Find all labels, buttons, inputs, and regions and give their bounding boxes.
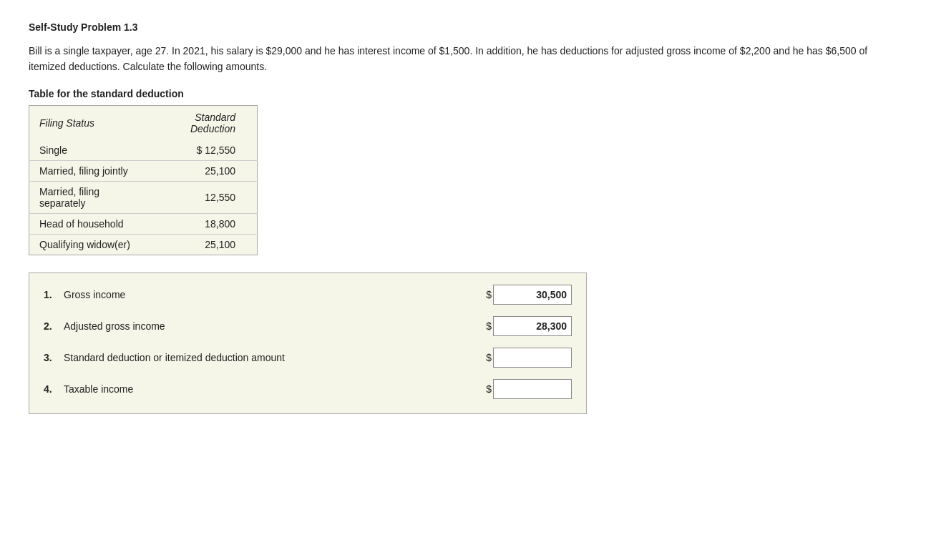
answer-label: Taxable income — [61, 383, 479, 395]
answers-box: 1.Gross income$2.Adjusted gross income$3… — [29, 272, 587, 414]
filing-status-cell: Qualifying widow(er) — [29, 234, 146, 255]
page-container: Self-Study Problem 1.3 Bill is a single … — [29, 21, 897, 414]
col-standard-deduction-header: Standard Deduction — [146, 105, 258, 140]
problem-title: Self-Study Problem 1.3 — [29, 21, 897, 33]
answer-input-4[interactable] — [493, 379, 572, 399]
filing-status-cell: Married, filing separately — [29, 181, 146, 213]
table-heading: Table for the standard deduction — [29, 88, 897, 99]
filing-status-cell: Single — [29, 140, 146, 161]
dollar-sign-icon: $ — [486, 289, 492, 300]
answer-label: Standard deduction or itemized deduction… — [61, 352, 479, 363]
table-row: Married, filing separately12,550 — [29, 181, 258, 213]
table-row: Single$ 12,550 — [29, 140, 258, 161]
answer-label: Gross income — [61, 289, 479, 300]
dollar-sign-icon: $ — [486, 352, 492, 363]
answer-row: 1.Gross income$ — [44, 285, 572, 305]
standard-deduction-table: Filing Status Standard Deduction Single$… — [29, 105, 258, 255]
deduction-value-cell: 12,550 — [146, 181, 258, 213]
deduction-value-cell: 18,800 — [146, 213, 258, 234]
answer-label: Adjusted gross income — [61, 320, 479, 332]
filing-status-cell: Head of household — [29, 213, 146, 234]
deduction-value-cell: 25,100 — [146, 234, 258, 255]
table-row: Qualifying widow(er)25,100 — [29, 234, 258, 255]
deduction-value-cell: $ 12,550 — [146, 140, 258, 161]
answer-row: 2.Adjusted gross income$ — [44, 316, 572, 336]
answer-row: 3.Standard deduction or itemized deducti… — [44, 348, 572, 368]
answer-input-group: $ — [486, 348, 572, 368]
dollar-sign-icon: $ — [486, 320, 492, 332]
deduction-value-cell: 25,100 — [146, 160, 258, 181]
answer-number: 3. — [44, 352, 61, 363]
answer-number: 1. — [44, 289, 61, 300]
answer-number: 4. — [44, 383, 61, 395]
answer-input-2[interactable] — [493, 316, 572, 336]
answer-number: 2. — [44, 320, 61, 332]
dollar-sign-icon: $ — [486, 383, 492, 395]
problem-description: Bill is a single taxpayer, age 27. In 20… — [29, 43, 887, 75]
col-filing-status-header: Filing Status — [29, 105, 146, 140]
answer-input-1[interactable] — [493, 285, 572, 305]
answer-input-group: $ — [486, 316, 572, 336]
filing-status-cell: Married, filing jointly — [29, 160, 146, 181]
answer-row: 4.Taxable income$ — [44, 379, 572, 399]
answer-input-group: $ — [486, 285, 572, 305]
table-row: Married, filing jointly25,100 — [29, 160, 258, 181]
answer-input-3[interactable] — [493, 348, 572, 368]
table-row: Head of household18,800 — [29, 213, 258, 234]
answer-input-group: $ — [486, 379, 572, 399]
